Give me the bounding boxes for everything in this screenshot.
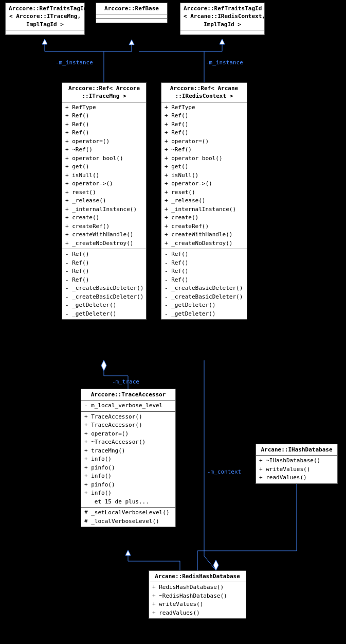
box-refbase-header: Arccore::RefBase [96, 3, 167, 14]
svg-marker-17 [101, 360, 106, 371]
box-ihashdatabase: Arcane::IHashDatabase + ~IHashDatabase()… [256, 444, 338, 484]
box-ihashdatabase-pub: + ~IHashDatabase() + writeValues() + rea… [256, 456, 337, 483]
box-refarccore-header: Arccore::Ref< Arccore::ITraceMng > [62, 83, 146, 102]
box-refbase-body [96, 14, 167, 19]
box-refarcane: Arccore::Ref< Arcane::IRedisContext > + … [161, 82, 247, 320]
svg-marker-26 [125, 550, 131, 555]
svg-line-28 [204, 556, 216, 570]
box-refarccore: Arccore::Ref< Arccore::ITraceMng > + Ref… [62, 82, 147, 320]
box-redishashdatabase-header: Arcane::RedisHashDatabase [149, 571, 246, 582]
box-traceaccessor-pub: + TraceAccessor() + TraceAccessor() + op… [81, 412, 175, 508]
box-reftraitstagiid2-body [180, 30, 264, 34]
box-traceaccessor-attr: - m_local_verbose_level [81, 401, 175, 412]
box-ihashdatabase-header: Arcane::IHashDatabase [256, 444, 337, 456]
box-reftraitstagiid2-header: Arccore::RefTraitsTagId < Arcane::IRedis… [180, 3, 264, 30]
box-refarccore-priv: - Ref() - Ref() - Ref() - Ref() - _creat… [62, 249, 146, 319]
svg-text:-m_instance: -m_instance [56, 59, 93, 66]
box-refbase: Arccore::RefBase [96, 3, 168, 23]
box-reftraitstagiid1: Arccore::RefTraitsTagId < Arccore::ITrac… [5, 3, 85, 35]
svg-text:-m_trace: -m_trace [112, 378, 139, 385]
box-traceaccessor-header: Arccore::TraceAccessor [81, 389, 175, 401]
box-redishashdatabase: Arcane::RedisHashDatabase + RedisHashDat… [149, 570, 246, 619]
box-reftraitstagiid1-header: Arccore::RefTraitsTagId < Arccore::ITrac… [6, 3, 84, 30]
box-refarcane-header: Arccore::Ref< Arcane::IRedisContext > [161, 83, 247, 102]
box-traceaccessor-prot: # _setLocalVerboseLevel() # _localVerbos… [81, 508, 175, 527]
box-traceaccessor: Arccore::TraceAccessor - m_local_verbose… [81, 389, 176, 527]
svg-marker-11 [220, 39, 225, 44]
box-redishashdatabase-pub: + RedisHashDatabase() + ~RedisHashDataba… [149, 582, 246, 618]
svg-marker-29 [213, 560, 218, 570]
box-reftraitstagiid2: Arccore::RefTraitsTagId < Arcane::IRedis… [180, 3, 265, 35]
svg-text:-m_context: -m_context [207, 468, 241, 475]
box-reftraitstagiid1-body [6, 30, 84, 34]
box-refbase-body2 [96, 19, 167, 23]
box-refarccore-pub: + RefType + Ref() + Ref() + Ref() + oper… [62, 102, 146, 250]
svg-text:-m_instance: -m_instance [206, 59, 243, 66]
svg-marker-6 [129, 40, 134, 45]
svg-marker-3 [42, 39, 47, 44]
box-refarcane-priv: - Ref() - Ref() - Ref() - Ref() - _creat… [161, 249, 247, 319]
box-refarcane-pub: + RefType + Ref() + Ref() + Ref() + oper… [161, 102, 247, 250]
